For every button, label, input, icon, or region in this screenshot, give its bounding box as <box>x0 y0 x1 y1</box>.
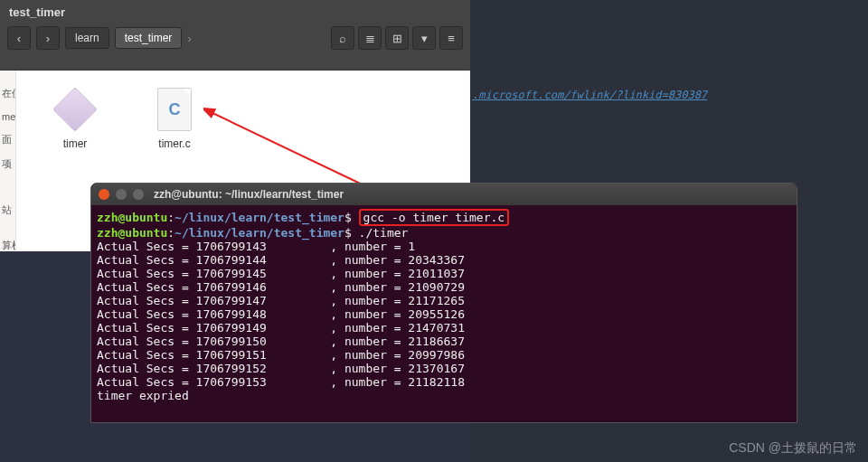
terminal-title: zzh@ubuntu: ~/linux/learn/test_timer <box>154 188 344 202</box>
sidebar-item-docs[interactable]: 项 <box>0 152 15 176</box>
editor-link[interactable]: .microsoft.com/fwlink/?linkid=830387 <box>472 89 707 101</box>
terminal-titlebar[interactable]: zzh@ubuntu: ~/linux/learn/test_timer <box>91 184 797 205</box>
sidebar-item-computer[interactable]: 算机 <box>0 233 15 251</box>
breadcrumb-test-timer[interactable]: test_timer <box>115 27 183 49</box>
back-button[interactable]: ‹ <box>7 26 31 50</box>
watermark: CSDN @土拨鼠的日常 <box>729 440 857 457</box>
sidebar-item-desktop[interactable]: 面 <box>0 127 15 152</box>
view-options-button[interactable]: ▾ <box>412 26 436 50</box>
minimize-icon[interactable] <box>116 189 127 200</box>
chevron-right-icon: › <box>187 32 191 45</box>
sidebar-item-station[interactable]: 站 <box>0 198 15 222</box>
sidebar-item-home[interactable]: me <box>0 106 15 127</box>
file-label: timer.c <box>158 137 190 150</box>
sidebar: 在使用的 me 面 项 站 算机 到服务器 <box>0 71 16 251</box>
file-timer-c[interactable]: C timer.c <box>152 87 197 150</box>
terminal-window: zzh@ubuntu: ~/linux/learn/test_timer zzh… <box>90 183 797 423</box>
menu-button[interactable]: ≡ <box>439 26 463 50</box>
menu-icon: ≡ <box>448 32 455 45</box>
sidebar-item-recent[interactable]: 在使用的 <box>0 81 15 106</box>
view-list-button[interactable]: ≣ <box>358 26 382 50</box>
file-timer[interactable]: timer <box>52 87 98 150</box>
view-grid-button[interactable]: ⊞ <box>385 26 409 50</box>
executable-icon <box>52 87 98 132</box>
maximize-icon[interactable] <box>133 189 144 200</box>
list-icon: ≣ <box>365 32 375 45</box>
search-button[interactable]: ⌕ <box>331 26 354 50</box>
window-title: test_timer <box>0 0 470 23</box>
file-label: timer <box>63 137 88 150</box>
close-icon[interactable] <box>99 189 109 200</box>
search-icon: ⌕ <box>339 32 346 45</box>
chevron-down-icon: ▾ <box>421 32 428 45</box>
c-file-icon: C <box>152 87 197 132</box>
terminal-body[interactable]: zzh@ubuntu:~/linux/learn/test_timer$ gcc… <box>91 205 797 406</box>
breadcrumb-learn[interactable]: learn <box>65 27 109 49</box>
file-manager-toolbar: test_timer ‹ › learn test_timer › ⌕ ≣ ⊞ … <box>0 0 470 71</box>
grid-icon: ⊞ <box>392 32 402 45</box>
nav-row: ‹ › learn test_timer › ⌕ ≣ ⊞ ▾ ≡ <box>0 23 470 53</box>
forward-button[interactable]: › <box>36 26 60 50</box>
